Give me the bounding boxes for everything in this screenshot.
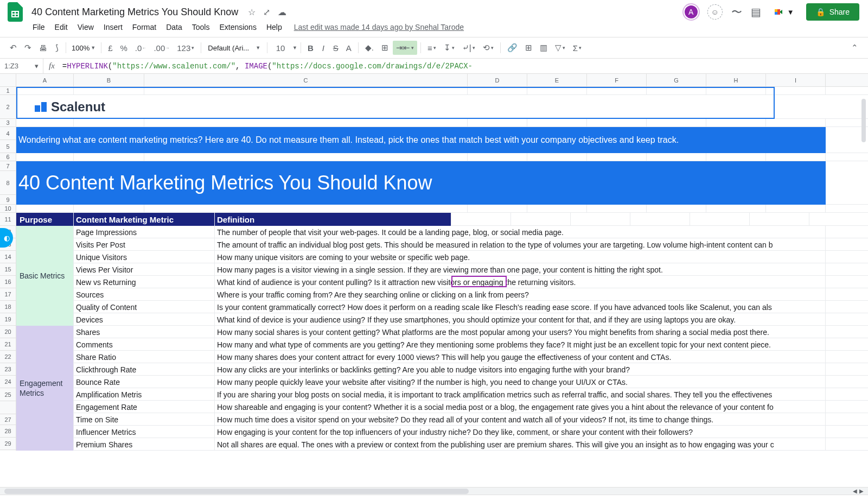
vertical-scrollbar[interactable] — [861, 88, 866, 486]
col-header-B[interactable]: B — [74, 74, 144, 86]
col-header-A[interactable]: A — [16, 74, 74, 86]
column-headers[interactable]: ABCDEFGHI — [16, 74, 868, 87]
h-align-button[interactable]: ≡▾ — [424, 41, 439, 55]
add-sheet-button[interactable]: + — [22, 498, 29, 501]
row-header-11[interactable]: 11 — [0, 213, 16, 226]
comments-icon[interactable]: ▤ — [751, 5, 761, 18]
row-header-20[interactable]: 20 — [0, 326, 16, 338]
zoom-select[interactable]: 100%▼ — [69, 42, 98, 54]
col-header-C[interactable]: C — [144, 74, 468, 86]
filter-button[interactable]: ▽▾ — [552, 41, 569, 55]
row-header-15[interactable]: 15 — [0, 263, 16, 276]
merge-button[interactable]: ⇥⇤▾ — [393, 41, 417, 55]
row-header-10[interactable]: 10 — [0, 205, 16, 213]
font-size-input[interactable]: 10 — [271, 41, 290, 55]
formula-input[interactable]: =HYPERLINK("https://www.scalenut.com/", … — [60, 61, 868, 72]
bold-button[interactable]: B — [304, 41, 317, 55]
row-header-2[interactable]: 2 — [0, 95, 16, 119]
decrease-decimal-button[interactable]: .0← — [132, 41, 150, 55]
strikethrough-button[interactable]: S — [330, 41, 342, 55]
percent-button[interactable]: % — [117, 41, 131, 55]
row-header-5[interactable]: 5 — [0, 140, 16, 153]
horizontal-scrollbar[interactable]: ◀▶ — [0, 487, 868, 495]
menu-file[interactable]: File — [28, 21, 49, 34]
avatar[interactable]: A — [684, 4, 699, 20]
print-button[interactable]: 🖶 — [36, 41, 50, 55]
menu-edit[interactable]: Edit — [50, 21, 72, 34]
activity-icon[interactable]: 〜 — [731, 5, 742, 20]
borders-button[interactable]: ⊞ — [378, 41, 392, 55]
link-button[interactable]: 🔗 — [504, 41, 521, 55]
doc-title[interactable]: 40 Content Marketing Metrics You Should … — [28, 5, 241, 19]
menu-help[interactable]: Help — [262, 21, 286, 34]
chart-button[interactable]: ▥ — [537, 41, 551, 55]
last-edit-link[interactable]: Last edit was made 14 days ago by Snehal… — [294, 23, 464, 31]
metric-cell: Unique Visitors — [74, 251, 215, 263]
row-header-25[interactable]: 25 — [0, 388, 16, 401]
menu-view[interactable]: View — [73, 21, 98, 34]
italic-button[interactable]: I — [318, 41, 329, 55]
row-header-14[interactable]: 14 — [0, 251, 16, 263]
text-color-button[interactable]: A — [343, 41, 355, 55]
row-headers[interactable]: 1234567891011121314151617181920212223242… — [0, 87, 16, 451]
star-icon[interactable]: ☆ — [248, 7, 256, 17]
functions-button[interactable]: Σ▾ — [570, 41, 585, 55]
sheets-icon[interactable] — [4, 1, 26, 23]
row-header-3[interactable]: 3 — [0, 119, 16, 127]
col-header-H[interactable]: H — [706, 74, 766, 86]
col-header-G[interactable]: G — [647, 74, 706, 86]
definition-cell: How many unique visitors are coming to y… — [215, 251, 826, 263]
menu-insert[interactable]: Insert — [99, 21, 127, 34]
row-header-9[interactable]: 9 — [0, 195, 16, 205]
move-icon[interactable]: ⤢ — [263, 7, 270, 17]
anon-user-icon[interactable]: ☺ — [707, 4, 723, 20]
row-header-27[interactable]: 27 — [0, 414, 16, 425]
name-box[interactable]: 1:Z3▾ — [0, 59, 43, 73]
col-header-I[interactable]: I — [766, 74, 826, 86]
rotate-button[interactable]: ⟲▾ — [480, 41, 497, 55]
select-all-corner[interactable] — [0, 74, 16, 87]
font-select[interactable]: Default (Ari...▼ — [205, 42, 264, 54]
undo-button[interactable]: ↶ — [7, 41, 20, 55]
cloud-icon[interactable]: ☁ — [278, 7, 286, 17]
row-header-18[interactable]: 18 — [0, 301, 16, 313]
menu-extensions[interactable]: Extensions — [215, 21, 260, 34]
menu-data[interactable]: Data — [162, 21, 187, 34]
formula-bar: 1:Z3▾ fx =HYPERLINK("https://www.scalenu… — [0, 59, 868, 74]
grid[interactable]: ABCDEFGHI 123456789101112131415161718192… — [0, 74, 868, 487]
font-size-dropdown[interactable]: ▼ — [292, 45, 297, 50]
col-header-D[interactable]: D — [468, 74, 527, 86]
menu-format[interactable]: Format — [128, 21, 161, 34]
row-header-24[interactable]: 24 — [0, 376, 16, 388]
row-header-7[interactable]: 7 — [0, 161, 16, 171]
number-format-button[interactable]: 123▾ — [174, 41, 197, 55]
row-header-23[interactable]: 23 — [0, 363, 16, 376]
row-header-[interactable] — [0, 401, 16, 414]
row-header-22[interactable]: 22 — [0, 351, 16, 363]
row-header-6[interactable]: 6 — [0, 153, 16, 161]
currency-button[interactable]: £ — [105, 41, 116, 55]
share-button[interactable]: 🔒 Share — [806, 3, 859, 21]
row-header-8[interactable]: 8 — [0, 171, 16, 195]
paint-format-button[interactable]: ⟆ — [52, 41, 62, 55]
row-header-19[interactable]: 19 — [0, 313, 16, 326]
row-header-28[interactable]: 28 — [0, 425, 16, 438]
meet-button[interactable]: ▼ — [770, 3, 797, 21]
row-header-17[interactable]: 17 — [0, 288, 16, 301]
redo-button[interactable]: ↷ — [21, 41, 35, 55]
fill-color-button[interactable]: ◆. — [362, 41, 377, 55]
scalenut-logo[interactable]: Scalenut — [18, 99, 105, 115]
col-header-E[interactable]: E — [527, 74, 587, 86]
menu-tools[interactable]: Tools — [188, 21, 214, 34]
v-align-button[interactable]: ↧▾ — [441, 41, 458, 55]
col-header-F[interactable]: F — [587, 74, 647, 86]
row-header-16[interactable]: 16 — [0, 276, 16, 288]
wrap-button[interactable]: ⤶|▾ — [459, 41, 478, 55]
increase-decimal-button[interactable]: .00→ — [150, 41, 173, 55]
row-header-29[interactable]: 29 — [0, 438, 16, 450]
collapse-toolbar-button[interactable]: ⌃ — [848, 41, 861, 55]
row-header-4[interactable]: 4 — [0, 127, 16, 140]
row-header-1[interactable]: 1 — [0, 87, 16, 95]
row-header-21[interactable]: 21 — [0, 338, 16, 351]
comment-button[interactable]: ⊞ — [522, 41, 535, 55]
